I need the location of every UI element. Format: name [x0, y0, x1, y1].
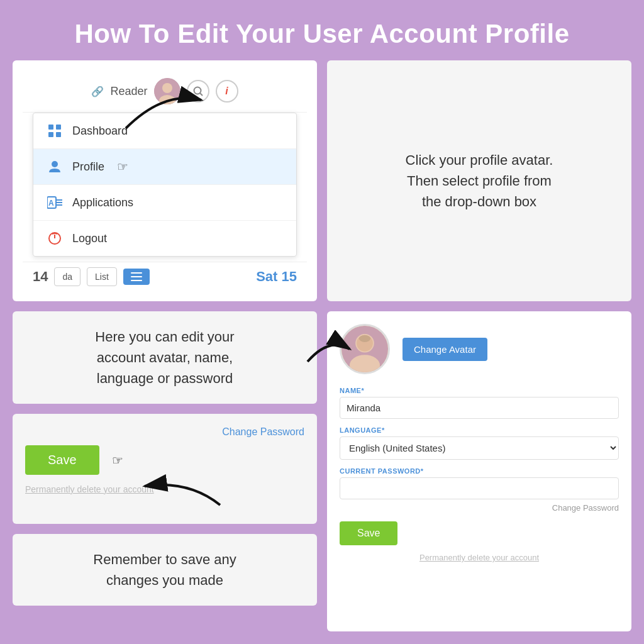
- password-label: CURRENT PASSWORD*: [340, 467, 619, 475]
- dropdown-panel: 🔗 Reader i: [13, 60, 317, 301]
- search-icon-btn[interactable]: [187, 80, 209, 103]
- middle-bottom-section: Here you can edit youraccount avatar, na…: [13, 311, 631, 631]
- menu-item-dashboard[interactable]: Dashboard: [33, 113, 296, 149]
- delete-account-link-bottom[interactable]: Permanently delete your account: [25, 484, 154, 494]
- menu-item-logout[interactable]: Logout: [33, 221, 296, 256]
- language-label: LANGUAGE*: [340, 426, 619, 434]
- dashboard-icon: [46, 122, 64, 140]
- menu-item-applications[interactable]: A Applications: [33, 185, 296, 221]
- menu-label-profile: Profile: [72, 160, 104, 174]
- save-button-large[interactable]: Save: [25, 445, 99, 475]
- menu-label-logout: Logout: [72, 232, 107, 245]
- profile-avatar-row: Change Avatar: [340, 324, 619, 374]
- name-label: NAME*: [340, 387, 619, 394]
- profile-form-panel: Change Avatar NAME* LANGUAGE* English (U…: [327, 311, 631, 631]
- change-password-title: Change Password: [25, 426, 304, 438]
- delete-account-link[interactable]: Permanently delete your account: [340, 553, 619, 562]
- bottom-right-text: Remember to save anychanges you made: [93, 549, 236, 591]
- name-input[interactable]: [340, 397, 619, 419]
- svg-rect-8: [48, 132, 53, 137]
- svg-rect-15: [56, 204, 62, 206]
- change-password-link[interactable]: Change Password: [340, 503, 619, 513]
- calendar-number: 14: [33, 269, 48, 285]
- bottom-right-description: Remember to save anychanges you made: [13, 534, 317, 606]
- svg-rect-20: [131, 280, 142, 281]
- svg-rect-19: [131, 276, 142, 277]
- profile-avatar: [340, 324, 390, 374]
- menu-label-applications: Applications: [72, 196, 133, 209]
- svg-point-27: [359, 335, 371, 342]
- svg-rect-14: [56, 202, 62, 203]
- dropdown-menu: Dashboard Profile ☞: [33, 113, 297, 257]
- bottom-left-panel: Change Password Save ☞ Permanently delet…: [13, 414, 317, 524]
- save-button[interactable]: Save: [340, 521, 397, 545]
- svg-point-3: [194, 87, 201, 94]
- top-right-description: Click your profile avatar.Then select pr…: [327, 60, 631, 301]
- svg-text:A: A: [48, 199, 54, 208]
- middle-left-text: Here you can edit youraccount avatar, na…: [95, 326, 234, 389]
- left-column: Here you can edit youraccount avatar, na…: [13, 311, 317, 606]
- dropdown-header: 🔗 Reader i: [23, 70, 307, 113]
- svg-rect-13: [56, 199, 62, 201]
- calendar-strip: 14 da List Sat 15: [23, 262, 307, 291]
- cursor-pointer: ☞: [117, 159, 128, 174]
- reader-label: Reader: [110, 85, 147, 98]
- logout-icon: [46, 230, 64, 247]
- language-select[interactable]: English (United States): [340, 436, 619, 460]
- menu-button[interactable]: [123, 269, 150, 285]
- menu-item-profile[interactable]: Profile ☞: [33, 149, 296, 185]
- svg-line-4: [200, 93, 203, 96]
- password-input[interactable]: [340, 477, 619, 499]
- svg-rect-6: [48, 125, 53, 130]
- page-title: How To Edit Your User Account Profile: [13, 13, 631, 60]
- save-row: Save ☞: [25, 445, 304, 475]
- svg-rect-7: [56, 125, 61, 130]
- change-avatar-button[interactable]: Change Avatar: [402, 338, 487, 361]
- svg-rect-18: [131, 272, 142, 274]
- info-icon-btn[interactable]: i: [216, 80, 238, 103]
- svg-point-1: [162, 83, 172, 93]
- link-icon: 🔗: [91, 86, 104, 97]
- middle-left-description: Here you can edit youraccount avatar, na…: [13, 311, 317, 404]
- top-right-text: Click your profile avatar.Then select pr…: [406, 150, 553, 212]
- menu-label-dashboard: Dashboard: [72, 125, 128, 138]
- list-button[interactable]: List: [87, 267, 117, 286]
- svg-rect-9: [56, 132, 61, 137]
- applications-icon: A: [46, 194, 64, 211]
- calendar-sat: Sat 15: [256, 269, 297, 285]
- main-container: How To Edit Your User Account Profile 🔗 …: [0, 0, 644, 644]
- agenda-button[interactable]: da: [54, 267, 80, 286]
- avatar[interactable]: [154, 78, 180, 104]
- cursor-pointer-save: ☞: [112, 453, 123, 468]
- svg-point-10: [52, 161, 58, 167]
- top-section: 🔗 Reader i: [13, 60, 631, 301]
- profile-icon: [46, 158, 64, 175]
